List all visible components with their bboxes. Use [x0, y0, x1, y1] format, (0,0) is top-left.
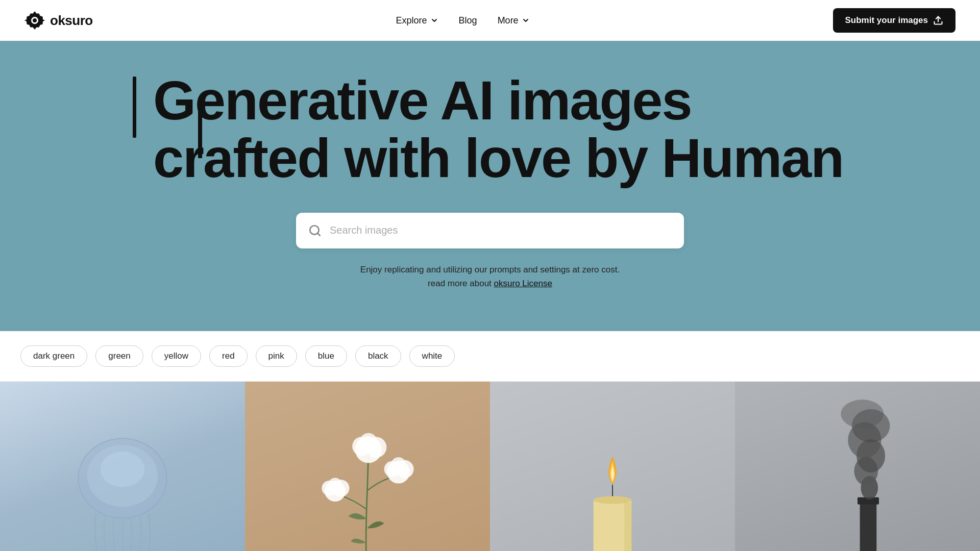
- hero-section: Generative AI images crafted with love b…: [0, 41, 980, 331]
- upload-icon: [933, 15, 943, 26]
- navbar: oksuro Explore Blog More Submit your ima…: [0, 0, 980, 41]
- svg-point-31: [841, 399, 884, 428]
- svg-point-11: [360, 433, 377, 450]
- blog-nav-link[interactable]: Blog: [459, 15, 477, 26]
- filter-tag-pink[interactable]: pink: [256, 345, 297, 367]
- subtext-line2-prefix: read more about: [428, 279, 494, 288]
- nav-right: Submit your images: [833, 8, 955, 33]
- search-input[interactable]: [330, 224, 672, 236]
- chevron-down-icon: [430, 16, 438, 24]
- search-icon: [308, 224, 322, 237]
- image-card-smoke[interactable]: [735, 382, 980, 551]
- image-card-candle[interactable]: [490, 382, 735, 551]
- filter-tag-blue[interactable]: blue: [305, 345, 347, 367]
- filter-tag-dark-green[interactable]: dark green: [20, 345, 87, 367]
- filter-tag-green[interactable]: green: [95, 345, 143, 367]
- hero-title: Generative AI images crafted with love b…: [133, 71, 847, 187]
- license-link[interactable]: oksuro License: [494, 279, 552, 288]
- svg-point-15: [328, 478, 341, 491]
- svg-rect-24: [860, 499, 877, 551]
- svg-line-4: [317, 233, 320, 236]
- filter-tag-red[interactable]: red: [209, 345, 248, 367]
- candle-illustration: [541, 392, 684, 551]
- image-card-jellyfish[interactable]: [0, 382, 245, 551]
- submit-button-label: Submit your images: [845, 15, 928, 26]
- nav-links: Explore Blog More: [396, 15, 530, 26]
- blog-label: Blog: [459, 15, 477, 26]
- logo-icon: [24, 10, 45, 31]
- image-grid: [0, 382, 980, 551]
- hero-subtext: Enjoy replicating and utilizing our prom…: [24, 263, 955, 290]
- explore-label: Explore: [396, 15, 427, 26]
- explore-nav-link[interactable]: Explore: [396, 15, 438, 26]
- image-card-cotton[interactable]: [245, 382, 490, 551]
- svg-point-7: [101, 452, 145, 487]
- svg-point-19: [391, 457, 406, 472]
- filter-bar: dark green green yellow red pink blue bl…: [0, 331, 980, 382]
- submit-images-button[interactable]: Submit your images: [833, 8, 955, 33]
- hero-title-line1: Generative AI images: [153, 69, 692, 131]
- more-label: More: [498, 15, 519, 26]
- cotton-illustration: [296, 407, 439, 551]
- filter-tag-yellow[interactable]: yellow: [152, 345, 201, 367]
- svg-point-1: [33, 18, 37, 22]
- search-container: [296, 213, 684, 248]
- more-nav-link[interactable]: More: [498, 15, 530, 26]
- svg-rect-23: [624, 503, 631, 551]
- subtext-line1: Enjoy replicating and utilizing our prom…: [360, 265, 620, 274]
- logo-text: oksuro: [50, 13, 93, 29]
- chevron-down-icon-more: [522, 16, 530, 24]
- logo[interactable]: oksuro: [24, 10, 93, 31]
- jellyfish-illustration: [56, 422, 189, 551]
- smoke-illustration: [786, 387, 929, 551]
- search-box: [296, 213, 684, 248]
- hero-title-line2: crafted with love by Human: [153, 127, 843, 189]
- filter-tag-black[interactable]: black: [355, 345, 401, 367]
- filter-tag-white[interactable]: white: [409, 345, 455, 367]
